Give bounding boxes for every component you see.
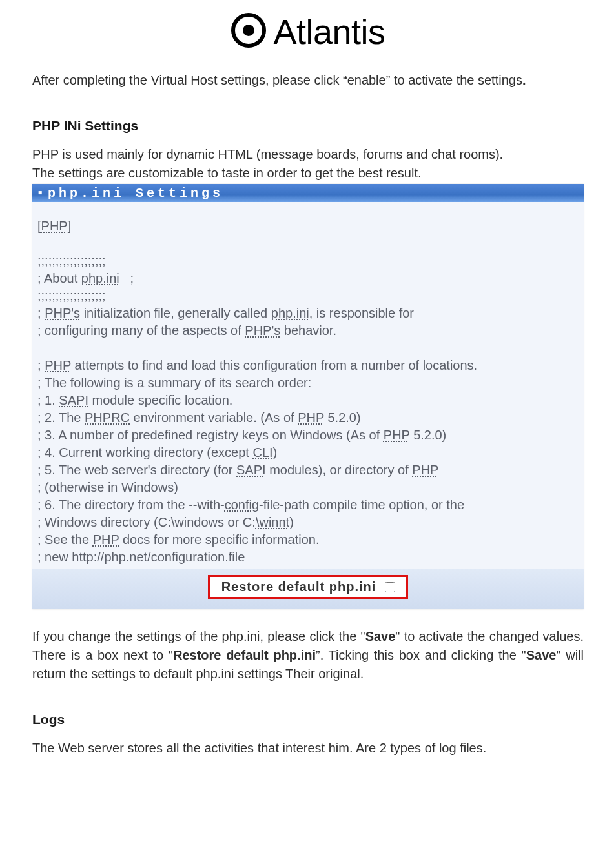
php-ini-heading: PHP INi Settings <box>32 118 584 134</box>
code-s2c: 5.2.0) <box>324 410 361 425</box>
panel-title-text: php.ini Settings <box>48 186 223 201</box>
code-about1: ; About <box>37 271 81 285</box>
code-bracket-close: ] <box>68 219 72 233</box>
code-s6-config: config <box>225 498 259 512</box>
code-s5-sapi: SAPI <box>236 463 266 477</box>
pp-save2: Save <box>526 648 557 662</box>
post-panel-paragraph: If you change the settings of the php.in… <box>32 627 584 683</box>
code-s1a: ; 1. <box>37 393 59 407</box>
code-s6c: ; Windows directory (C:\windows or C: <box>37 515 256 529</box>
code-s4a: ; 4. Current working directory (except <box>37 445 252 459</box>
pp-t3: ”. Ticking this box and clicking the " <box>316 648 526 662</box>
code-php-section: PHP <box>41 219 68 233</box>
logs-heading: Logs <box>32 712 584 727</box>
code-s5b: modules), or directory of <box>266 463 413 477</box>
intro-period: . <box>522 73 526 87</box>
php-desc-line1: PHP is used mainly for dynamic HTML (mes… <box>32 147 503 161</box>
code-p1-phpini: php.ini <box>271 306 309 320</box>
code-p2c: ; The following is a summary of its sear… <box>37 376 311 390</box>
code-s2a: ; 2. The <box>37 410 85 425</box>
code-s6b: -file-path compile time option, or the <box>259 498 464 512</box>
code-about-phpini: php.ini <box>81 271 119 285</box>
intro-text-2: to activate the settings <box>390 73 522 87</box>
phpini-panel-footer: Restore default php.ini <box>32 569 584 609</box>
intro-paragraph: After completing the Virtual Host settin… <box>32 71 584 90</box>
phpini-panel-header: ▪php.ini Settings <box>32 184 584 202</box>
code-p1d: ; configuring many of the aspects of <box>37 323 245 338</box>
code-s2-phprc: PHPRC <box>85 410 130 425</box>
phpini-panel-body: [PHP] ;;;;;;;;;;;;;;;;;;; ; About php.in… <box>32 202 584 569</box>
svg-point-1 <box>243 25 254 36</box>
pp-save1: Save <box>365 629 396 643</box>
code-p1c: , is responsible for <box>309 306 414 320</box>
php-ini-description: PHP is used mainly for dynamic HTML (mes… <box>32 145 584 183</box>
code-p1-phps2: PHP's <box>245 323 280 338</box>
code-about2: ; <box>119 271 134 285</box>
code-s7b: docs for more specific information. <box>119 532 319 547</box>
code-s8: ; new http://php.net/configuration.file <box>37 550 245 564</box>
code-s3b: 5.2.0) <box>410 428 447 442</box>
intro-quoted: “enable” <box>343 73 390 87</box>
phpini-code-block: [PHP] ;;;;;;;;;;;;;;;;;;; ; About php.in… <box>37 217 579 566</box>
code-p2a: ; <box>37 358 45 372</box>
code-p1-phps: PHP's <box>45 306 80 320</box>
code-s1-sapi: SAPI <box>59 393 88 407</box>
code-s5a: ; 5. The web server's directory (for <box>37 463 236 477</box>
code-s4-cli: CLI <box>252 445 272 459</box>
code-s6d: ) <box>289 515 294 529</box>
php-desc-line2: The settings are customizable to taste i… <box>32 166 422 180</box>
code-s2-php: PHP <box>298 410 324 425</box>
target-icon <box>231 12 267 51</box>
code-p2b: attempts to find and load this configura… <box>71 358 477 372</box>
phpini-panel: ▪php.ini Settings [PHP] ;;;;;;;;;;;;;;;;… <box>32 184 584 609</box>
code-s7a: ; See the <box>37 532 93 547</box>
pp-t1: If you change the settings of the php.in… <box>32 629 365 643</box>
code-s3a: ; 3. A number of predefined registry key… <box>37 428 384 442</box>
restore-default-checkbox[interactable] <box>385 582 395 592</box>
code-s4b: ) <box>273 445 278 459</box>
code-s5c: ; (otherwise in Windows) <box>37 480 178 494</box>
logo-section: Atlantis <box>32 0 584 71</box>
code-p1b: initialization file, generally called <box>80 306 271 320</box>
code-s7-php: PHP <box>93 532 119 547</box>
code-s6a: ; 6. The directory from the --with- <box>37 498 225 512</box>
code-s6-winnt: \winnt <box>256 515 289 529</box>
intro-text-1: After completing the Virtual Host settin… <box>32 73 343 87</box>
code-p1a: ; <box>37 306 45 320</box>
bullet-icon: ▪ <box>36 186 44 201</box>
restore-default-box: Restore default php.ini <box>208 575 409 599</box>
document-page: Atlantis After completing the Virtual Ho… <box>0 0 616 800</box>
logs-paragraph: The Web server stores all the activities… <box>32 739 584 758</box>
brand-name: Atlantis <box>273 12 385 52</box>
restore-default-label: Restore default php.ini <box>221 580 376 594</box>
code-sep2: ;;;;;;;;;;;;;;;;;;; <box>37 288 106 303</box>
code-s1b: module specific location. <box>88 393 232 407</box>
brand-logo: Atlantis <box>231 12 385 52</box>
code-s3-php: PHP <box>384 428 410 442</box>
pp-restore: Restore default php.ini <box>173 648 316 662</box>
code-sep1: ;;;;;;;;;;;;;;;;;;; <box>37 254 106 268</box>
code-s2b: environment variable. (As of <box>130 410 298 425</box>
code-s5-php: PHP <box>412 463 438 477</box>
code-p1e: behavior. <box>280 323 336 338</box>
code-p2-php: PHP <box>45 358 71 372</box>
